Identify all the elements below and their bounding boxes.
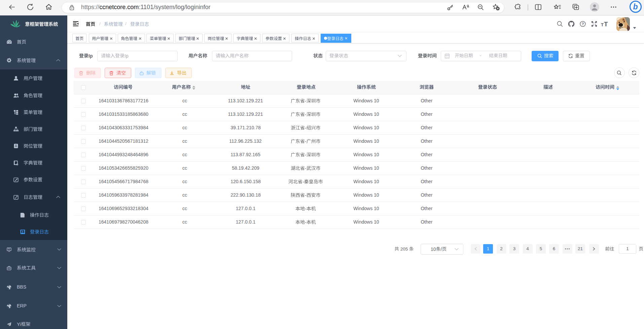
svg-text:-: - xyxy=(305,165,307,171)
svg-text:-: - xyxy=(302,179,304,184)
svg-text:Ip: Ip xyxy=(124,53,129,58)
svg-text:/: / xyxy=(440,246,442,252)
svg-text:Yi: Yi xyxy=(17,322,21,327)
svg-text:?: ? xyxy=(582,22,584,26)
svg-text:-: - xyxy=(305,138,307,144)
svg-text:-: - xyxy=(305,111,307,117)
svg-text:-: - xyxy=(305,152,307,157)
svg-text:205: 205 xyxy=(399,246,409,252)
svg-text:-: - xyxy=(305,125,307,130)
svg-text:-: - xyxy=(305,192,307,198)
svg-text:Ip: Ip xyxy=(88,53,93,58)
svg-text:-: - xyxy=(305,98,307,103)
svg-text:T: T xyxy=(604,21,608,28)
svg-text:-: - xyxy=(305,219,307,225)
svg-text:-: - xyxy=(305,206,307,211)
svg-text:T: T xyxy=(601,22,604,27)
svg-text:10: 10 xyxy=(431,246,436,252)
svg-text:b: b xyxy=(633,2,638,11)
